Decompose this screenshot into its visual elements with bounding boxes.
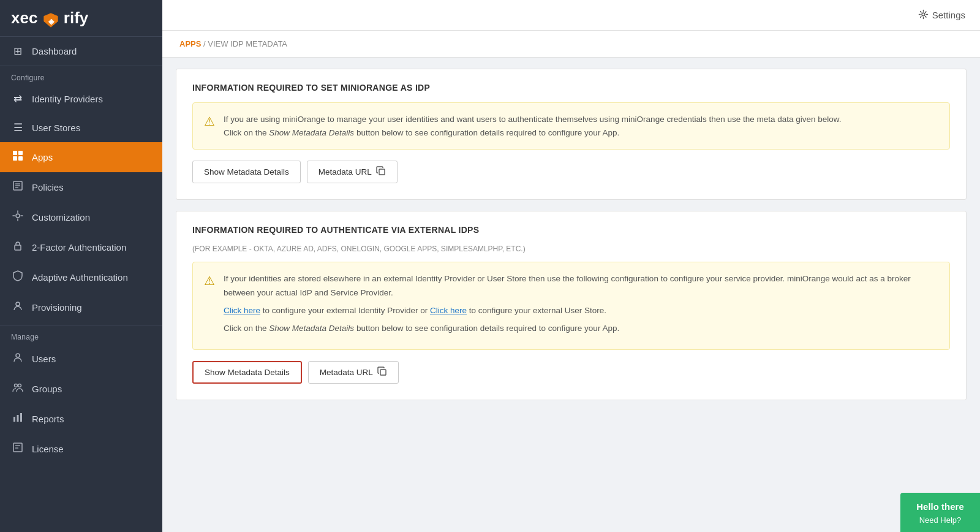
manage-section-label: Manage: [0, 327, 162, 344]
section1-alert-text: If you are using miniOrange to manage yo…: [224, 113, 842, 139]
svg-rect-19: [13, 443, 22, 452]
sidebar-item-label: User Stores: [32, 123, 80, 133]
metadata-url-label-1: Metadata URL: [318, 167, 372, 177]
sidebar-item-groups[interactable]: Groups: [0, 374, 162, 404]
svg-rect-18: [20, 413, 22, 422]
sidebar-item-label: Groups: [32, 384, 62, 394]
svg-point-12: [16, 302, 20, 306]
sidebar-item-label: Reports: [32, 414, 64, 424]
sidebar-item-label: License: [32, 444, 64, 454]
sidebar-item-customization[interactable]: Customization: [0, 202, 162, 232]
sidebar-item-label: Apps: [32, 152, 53, 162]
content-area: INFORMATION REQUIRED TO SET MINIORANGE A…: [162, 69, 980, 430]
section-miniorange-idp: INFORMATION REQUIRED TO SET MINIORANGE A…: [176, 69, 967, 200]
sidebar-item-user-stores[interactable]: ☰ User Stores: [0, 113, 162, 142]
hello-widget-line2: Need Help?: [907, 514, 974, 526]
sidebar-item-label: Customization: [32, 212, 90, 222]
logo-area: xec ◈ rify: [0, 0, 162, 37]
svg-point-22: [922, 13, 925, 16]
breadcrumb: APPS / VIEW IDP METADATA: [162, 31, 980, 58]
breadcrumb-current: VIEW IDP METADATA: [208, 39, 287, 48]
section1-alert-line2-before: Click on the: [224, 128, 269, 137]
section-external-idps: INFORMATION REQUIRED TO AUTHENTICATE VIA…: [176, 211, 967, 400]
svg-rect-4: [13, 156, 17, 161]
sidebar-item-label: Dashboard: [32, 46, 77, 56]
sidebar-item-reports[interactable]: Reports: [0, 404, 162, 434]
sidebar-item-license[interactable]: License: [0, 434, 162, 464]
svg-point-14: [15, 384, 18, 387]
section2-line2-italic: Show Metadata Details: [269, 324, 354, 333]
section1-alert: ⚠ If you are using miniOrange to manage …: [192, 102, 950, 150]
svg-rect-11: [15, 245, 21, 250]
configure-section-label: Configure: [0, 67, 162, 85]
copy-icon-2: [377, 367, 387, 378]
logo-text: xec ◈ rify: [11, 9, 88, 28]
section2-alert: ⚠ If your identities are stored elsewher…: [192, 262, 950, 350]
sidebar-item-2fa[interactable]: 2-Factor Authentication: [0, 232, 162, 262]
breadcrumb-apps-link[interactable]: APPS: [179, 39, 201, 48]
sidebar: xec ◈ rify ⊞ Dashboard Configure ⇄ Ident…: [0, 0, 162, 532]
metadata-url-button-1[interactable]: Metadata URL: [307, 161, 398, 183]
sidebar-item-label: Adaptive Authentication: [32, 272, 128, 283]
hello-widget-line1: Hello there: [907, 500, 974, 514]
svg-rect-3: [18, 151, 23, 155]
settings-label: Settings: [932, 10, 965, 20]
users-icon: [11, 352, 24, 366]
sidebar-item-provisioning[interactable]: Provisioning: [0, 292, 162, 322]
sidebar-item-label: Identity Providers: [32, 94, 103, 104]
metadata-url-button-2[interactable]: Metadata URL: [308, 361, 399, 384]
metadata-url-label-2: Metadata URL: [320, 368, 373, 377]
sidebar-item-adaptive-auth[interactable]: Adaptive Authentication: [0, 262, 162, 292]
svg-rect-24: [380, 370, 386, 375]
provisioning-icon: [11, 300, 24, 314]
section2-title: INFORMATION REQUIRED TO AUTHENTICATE VIA…: [192, 225, 950, 235]
section2-line2-before: Click on the: [224, 324, 269, 333]
click-here-link-1[interactable]: Click here: [224, 306, 260, 315]
section2-alert-para3: Click on the Show Metadata Details butto…: [224, 322, 938, 336]
2fa-icon: [11, 240, 24, 254]
sidebar-item-users[interactable]: Users: [0, 344, 162, 374]
user-stores-icon: ☰: [11, 121, 24, 134]
section1-alert-italic: Show Metadata Details: [269, 128, 354, 137]
topbar: Settings: [162, 0, 980, 31]
warning-icon: ⚠: [204, 114, 215, 129]
groups-icon: [11, 382, 24, 396]
svg-point-13: [16, 354, 20, 357]
identity-providers-icon: ⇄: [11, 93, 24, 105]
section1-title: INFORMATION REQUIRED TO SET MINIORANGE A…: [192, 83, 950, 93]
section2-alert-para2: Click here to configure your external Id…: [224, 304, 938, 318]
svg-point-15: [18, 384, 21, 387]
click-here-link-2[interactable]: Click here: [430, 306, 467, 315]
main-content: APPS / VIEW IDP METADATA INFORMATION REQ…: [162, 31, 980, 532]
svg-rect-16: [13, 417, 15, 422]
logo-shield-icon: ◈: [43, 12, 59, 28]
sidebar-item-dashboard[interactable]: ⊞ Dashboard: [0, 37, 162, 66]
sidebar-item-apps[interactable]: Apps: [0, 142, 162, 172]
warning-icon-2: ⚠: [204, 273, 215, 288]
settings-gear-icon: [918, 9, 929, 21]
sidebar-item-label: Provisioning: [32, 302, 82, 313]
settings-button[interactable]: Settings: [918, 9, 965, 21]
sidebar-item-policies[interactable]: Policies: [0, 172, 162, 202]
customization-icon: [11, 210, 24, 224]
sidebar-item-label: Policies: [32, 182, 64, 192]
section2-subtitle: (FOR EXAMPLE - OKTA, AZURE AD, ADFS, ONE…: [192, 245, 950, 253]
section1-alert-line2-after: button below to see configuration detail…: [354, 128, 619, 137]
show-metadata-details-button-2[interactable]: Show Metadata Details: [192, 361, 302, 384]
reports-icon: [11, 412, 24, 426]
svg-rect-2: [13, 151, 17, 155]
svg-text:◈: ◈: [47, 17, 54, 26]
svg-rect-23: [379, 169, 385, 175]
section2-alert-text: If your identities are stored elsewhere …: [224, 272, 938, 340]
section2-line2-after: button below to see configuration detail…: [354, 324, 619, 333]
section1-buttons: Show Metadata Details Metadata URL: [192, 161, 950, 183]
license-icon: [11, 442, 24, 456]
show-metadata-details-button-1[interactable]: Show Metadata Details: [192, 161, 301, 183]
sidebar-item-identity-providers[interactable]: ⇄ Identity Providers: [0, 85, 162, 113]
hello-widget[interactable]: Hello there Need Help?: [900, 493, 980, 532]
svg-rect-17: [17, 415, 19, 422]
sidebar-item-label: 2-Factor Authentication: [32, 242, 126, 253]
adaptive-auth-icon: [11, 270, 24, 284]
section2-alert-para1: If your identities are stored elsewhere …: [224, 272, 938, 300]
section2-link2-after: to configure your external User Store.: [469, 306, 606, 315]
